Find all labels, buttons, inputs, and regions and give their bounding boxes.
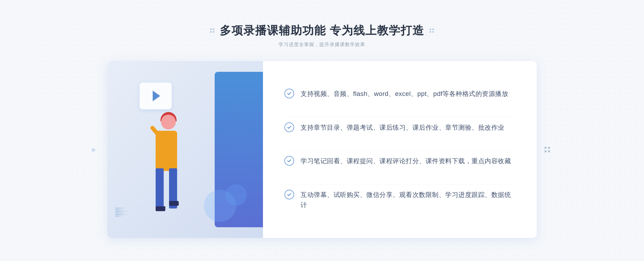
feature-item-1: 支持视频、音频、flash、word、excel、ppt、pdf等各种格式的资源… xyxy=(284,83,515,104)
check-svg-2 xyxy=(287,125,292,130)
feature-text-4: 互动弹幕、试听购买、微信分享、观看次数限制、学习进度跟踪、数据统计 xyxy=(301,190,515,210)
right-dot-4 xyxy=(548,150,550,152)
chevron-left-icon: » xyxy=(91,145,96,154)
character-leg-right xyxy=(169,168,177,208)
check-svg-1 xyxy=(287,91,292,96)
right-dot-1 xyxy=(544,147,547,149)
header-section: 多项录播课辅助功能 专为线上教学打造 学习进度全掌握，提升录播课教学效果 xyxy=(210,23,434,48)
check-icon-3 xyxy=(284,156,294,166)
character-shoe-left xyxy=(156,206,165,211)
feature-text-2: 支持章节目录、弹题考试、课后练习、课后作业、章节测验、批改作业 xyxy=(301,122,504,133)
page-subtitle: 学习进度全掌握，提升录播课教学效果 xyxy=(210,41,434,48)
feature-item-3: 学习笔记回看、课程提问、课程评论打分、课件资料下载，重点内容收藏 xyxy=(284,150,515,171)
character-head xyxy=(161,115,176,129)
right-decorator xyxy=(544,147,550,152)
page-title: 多项录播课辅助功能 专为线上教学打造 xyxy=(220,23,424,38)
check-svg-4 xyxy=(287,192,292,197)
feature-text-1: 支持视频、音频、flash、word、excel、ppt、pdf等各种格式的资源… xyxy=(301,89,508,99)
left-decorator-dots xyxy=(210,28,214,33)
deco-circle-small xyxy=(225,184,247,206)
page-container: 多项录播课辅助功能 专为线上教学打造 学习进度全掌握，提升录播课教学效果 » xyxy=(0,12,644,249)
header-decorators: 多项录播课辅助功能 专为线上教学打造 xyxy=(210,23,434,38)
illustration-area xyxy=(107,61,263,238)
left-arrows-decoration: » xyxy=(91,145,96,154)
features-area: 支持视频、音频、flash、word、excel、ppt、pdf等各种格式的资源… xyxy=(263,61,537,238)
check-icon-2 xyxy=(284,122,294,132)
character-illustration xyxy=(121,99,201,238)
feature-item-4: 互动弹幕、试听购买、微信分享、观看次数限制、学习进度跟踪、数据统计 xyxy=(284,184,515,216)
character-shoe-right xyxy=(169,201,179,206)
right-dot-3 xyxy=(544,150,547,152)
feature-text-3: 学习笔记回看、课程提问、课程评论打分、课件资料下载，重点内容收藏 xyxy=(301,156,511,166)
right-dot-2 xyxy=(548,147,550,149)
character-leg-left xyxy=(156,168,164,211)
content-section: » xyxy=(107,61,537,238)
character-legs xyxy=(156,168,177,217)
dots-grid-decoration xyxy=(225,104,241,120)
check-svg-3 xyxy=(287,158,292,163)
check-icon-1 xyxy=(284,89,294,98)
right-decorator-dots xyxy=(430,28,434,33)
feature-item-2: 支持章节目录、弹题考试、课后练习、课后作业、章节测验、批改作业 xyxy=(284,117,515,138)
character-body xyxy=(156,131,177,171)
check-icon-4 xyxy=(284,190,294,199)
